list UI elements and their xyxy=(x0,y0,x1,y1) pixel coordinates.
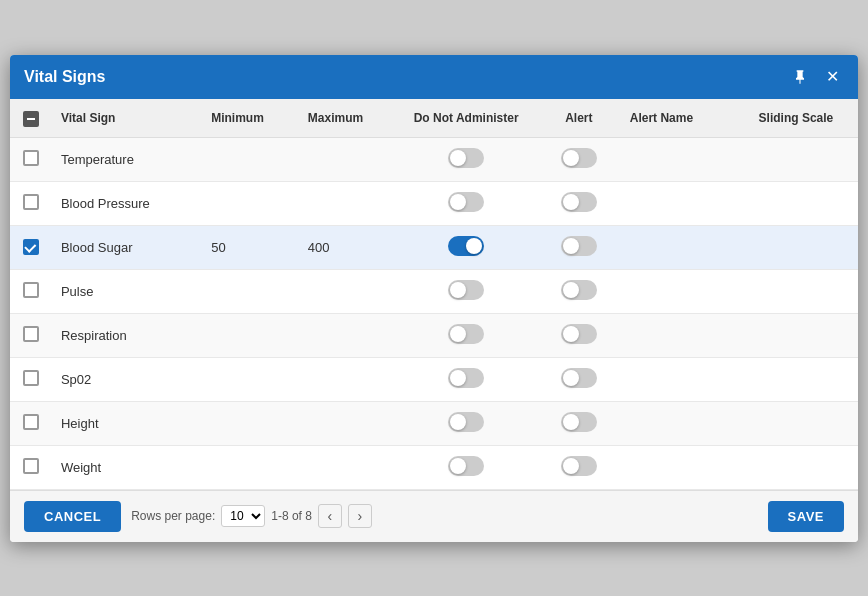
alert-name-value xyxy=(622,357,751,401)
maximum-value: 400 xyxy=(300,225,397,269)
do-not-administer-cell xyxy=(396,401,536,445)
chevron-right-icon: › xyxy=(358,508,363,524)
alert-name-value xyxy=(622,225,751,269)
header-select-all[interactable] xyxy=(10,99,53,138)
vital-sign-name: Temperature xyxy=(53,137,203,181)
col-header-minimum: Minimum xyxy=(203,99,300,138)
table-row: Pulse xyxy=(10,269,858,313)
vital-sign-name: Respiration xyxy=(53,313,203,357)
close-icon: ✕ xyxy=(826,67,839,86)
do-not-administer-cell xyxy=(396,269,536,313)
dialog-title: Vital Signs xyxy=(24,68,106,86)
row-checkbox[interactable] xyxy=(23,370,39,386)
row-checkbox[interactable] xyxy=(23,326,39,342)
cancel-button[interactable]: CANCEL xyxy=(24,501,121,532)
alert-toggle[interactable] xyxy=(561,456,597,476)
do-not-administer-toggle[interactable] xyxy=(448,148,484,168)
footer-buttons-area: CANCEL Rows per page: 10 25 50 1-8 of 8 … xyxy=(24,501,844,532)
do-not-administer-toggle[interactable] xyxy=(448,412,484,432)
sliding-scale-value xyxy=(751,401,858,445)
alert-name-value xyxy=(622,445,751,489)
alert-name-value xyxy=(622,313,751,357)
do-not-administer-toggle[interactable] xyxy=(448,456,484,476)
vital-sign-name: Weight xyxy=(53,445,203,489)
vital-sign-name: Sp02 xyxy=(53,357,203,401)
row-checkbox[interactable] xyxy=(23,414,39,430)
col-header-alert-name: Alert Name xyxy=(622,99,751,138)
table-row: Temperature xyxy=(10,137,858,181)
alert-toggle[interactable] xyxy=(561,368,597,388)
dialog-footer: CANCEL Rows per page: 10 25 50 1-8 of 8 … xyxy=(10,490,858,542)
alert-cell xyxy=(536,269,622,313)
col-header-vital-sign: Vital Sign xyxy=(53,99,203,138)
minimum-value xyxy=(203,269,300,313)
sliding-scale-value xyxy=(751,225,858,269)
row-checkbox[interactable] xyxy=(23,239,39,255)
minimum-value xyxy=(203,445,300,489)
do-not-administer-cell xyxy=(396,357,536,401)
do-not-administer-toggle[interactable] xyxy=(448,192,484,212)
maximum-value xyxy=(300,445,397,489)
pagination-next-button[interactable]: › xyxy=(348,504,372,528)
do-not-administer-cell xyxy=(396,313,536,357)
dialog-header: Vital Signs ✕ xyxy=(10,55,858,99)
col-header-alert: Alert xyxy=(536,99,622,138)
sliding-scale-value xyxy=(751,269,858,313)
vital-sign-name: Pulse xyxy=(53,269,203,313)
do-not-administer-toggle[interactable] xyxy=(448,368,484,388)
maximum-value xyxy=(300,357,397,401)
master-checkbox[interactable] xyxy=(23,111,39,127)
table-row: Sp02 xyxy=(10,357,858,401)
do-not-administer-toggle[interactable] xyxy=(448,280,484,300)
sliding-scale-value xyxy=(751,445,858,489)
sliding-scale-value xyxy=(751,137,858,181)
chevron-left-icon: ‹ xyxy=(328,508,333,524)
table-row: Height xyxy=(10,401,858,445)
alert-cell xyxy=(536,401,622,445)
minimum-value xyxy=(203,137,300,181)
rows-per-page-label: Rows per page: xyxy=(131,509,215,523)
alert-toggle[interactable] xyxy=(561,148,597,168)
close-button[interactable]: ✕ xyxy=(820,65,844,89)
vital-sign-name: Blood Pressure xyxy=(53,181,203,225)
alert-toggle[interactable] xyxy=(561,192,597,212)
alert-name-value xyxy=(622,137,751,181)
alert-toggle[interactable] xyxy=(561,324,597,344)
alert-toggle[interactable] xyxy=(561,280,597,300)
alert-toggle[interactable] xyxy=(561,412,597,432)
do-not-administer-toggle[interactable] xyxy=(448,236,484,256)
maximum-value xyxy=(300,313,397,357)
row-checkbox[interactable] xyxy=(23,282,39,298)
alert-cell xyxy=(536,137,622,181)
do-not-administer-cell xyxy=(396,225,536,269)
do-not-administer-cell xyxy=(396,137,536,181)
save-button[interactable]: SAVE xyxy=(768,501,844,532)
minimum-value: 50 xyxy=(203,225,300,269)
col-header-sliding-scale: Sliding Scale xyxy=(751,99,858,138)
pin-icon xyxy=(792,69,808,85)
row-checkbox[interactable] xyxy=(23,194,39,210)
dialog-body: Vital Sign Minimum Maximum Do Not Admini… xyxy=(10,99,858,490)
row-checkbox[interactable] xyxy=(23,150,39,166)
maximum-value xyxy=(300,269,397,313)
vital-signs-dialog: Vital Signs ✕ Vital Sign Minimum xyxy=(10,55,858,542)
alert-cell xyxy=(536,313,622,357)
vital-signs-table: Vital Sign Minimum Maximum Do Not Admini… xyxy=(10,99,858,490)
minimum-value xyxy=(203,181,300,225)
pagination-info: 1-8 of 8 xyxy=(271,509,312,523)
sliding-scale-value xyxy=(751,313,858,357)
pagination-prev-button[interactable]: ‹ xyxy=(318,504,342,528)
table-body: TemperatureBlood PressureBlood Sugar5040… xyxy=(10,137,858,489)
do-not-administer-toggle[interactable] xyxy=(448,324,484,344)
alert-toggle[interactable] xyxy=(561,236,597,256)
alert-cell xyxy=(536,181,622,225)
do-not-administer-cell xyxy=(396,445,536,489)
table-row: Blood Pressure xyxy=(10,181,858,225)
row-checkbox[interactable] xyxy=(23,458,39,474)
table-row: Weight xyxy=(10,445,858,489)
alert-cell xyxy=(536,445,622,489)
rows-per-page-select[interactable]: 10 25 50 xyxy=(221,505,265,527)
pin-button[interactable] xyxy=(788,65,812,89)
minimum-value xyxy=(203,401,300,445)
alert-name-value xyxy=(622,181,751,225)
